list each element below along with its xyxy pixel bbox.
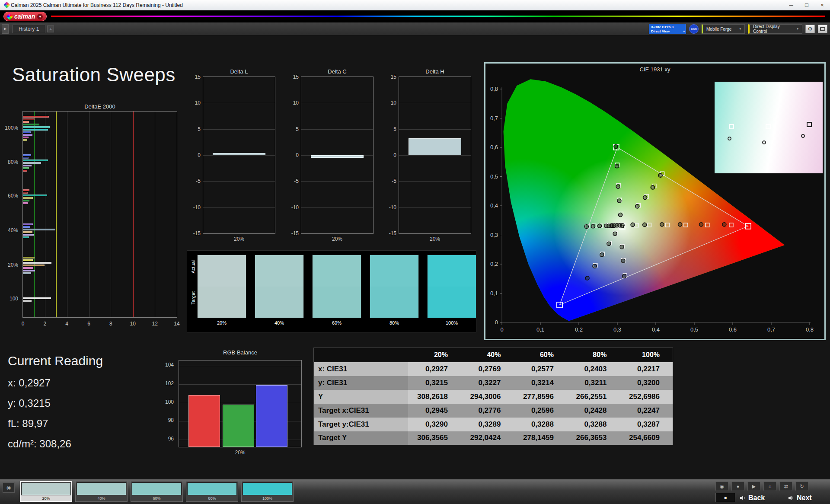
svg-text:0,6: 0,6	[729, 326, 737, 333]
delta-chart-delta-h: Delta H151050-5-10-1520%	[399, 68, 471, 242]
display-control-label: Direct Display Control	[753, 24, 793, 34]
table-header: 20%40%60%80%100%	[314, 348, 673, 362]
deltae-bar	[23, 267, 33, 269]
swatch-color	[312, 255, 361, 318]
row-label-cell: Target x:CIE31	[314, 404, 408, 418]
pattern-button-40%[interactable]: 40%	[75, 481, 128, 502]
table-header-row: 20%40%60%80%100%	[314, 348, 673, 362]
value-cell: 0,3215	[408, 376, 461, 390]
history-tab-label: History 1	[19, 26, 39, 32]
pattern-label: 60%	[132, 496, 182, 501]
delta-gridline	[399, 155, 471, 156]
value-cell: 0,3290	[408, 418, 461, 431]
pattern-button-20%[interactable]: 20%	[20, 481, 72, 502]
rgb-balance-title: RGB Balance	[179, 349, 302, 356]
deltae-bar	[23, 223, 33, 225]
deltae-y-tick: 80%	[0, 159, 18, 165]
deltae-bar	[23, 226, 30, 228]
display-settings-button[interactable]	[818, 25, 827, 33]
deltae-reference-line	[56, 112, 57, 317]
deltae-x-tick: 8	[105, 321, 116, 327]
swatch-color	[370, 255, 419, 318]
page-title: Saturation Sweeps	[12, 64, 176, 86]
deltae-bar	[23, 200, 29, 201]
play-button[interactable]: ▶	[747, 482, 760, 491]
svg-text:0,4: 0,4	[652, 326, 660, 333]
swap-button[interactable]: ⇄	[779, 482, 792, 491]
next-button[interactable]: Next	[788, 493, 812, 503]
swatch-actual	[428, 255, 476, 287]
stop-button[interactable]: ■	[715, 493, 735, 502]
show-patterns-button[interactable]: ◉	[3, 482, 15, 493]
deltae-x-tick: 12	[150, 321, 160, 327]
inset-target-square	[729, 124, 734, 129]
pattern-color	[132, 482, 182, 495]
delta-chart-delta-l: Delta L151050-5-10-1520%	[203, 68, 275, 242]
home-button[interactable]: ⌂	[763, 482, 776, 491]
deltae-bar	[23, 270, 35, 271]
swatch-actual	[370, 255, 418, 287]
value-cell: 0,3214	[514, 376, 566, 390]
pattern-button-100%[interactable]: 100%	[241, 481, 294, 502]
minimize-button[interactable]: ─	[783, 0, 799, 10]
deltae-bar	[23, 297, 51, 299]
deltae-bar	[23, 202, 28, 204]
delta-y-tick: -5	[287, 178, 299, 184]
row-label-cell: Y	[314, 390, 408, 404]
delta-y-tick: 0	[287, 152, 299, 158]
eye-button[interactable]: ◉	[715, 482, 728, 491]
value-cell: 278,1459	[514, 431, 566, 445]
source-dropdown[interactable]: Mobile Forge ▾	[702, 24, 745, 34]
meter-line1: X-Rite i1Pro 3	[651, 25, 681, 29]
back-button[interactable]: Back	[740, 493, 765, 503]
maximize-button[interactable]: □	[799, 0, 814, 10]
delta-y-tick: 15	[287, 74, 299, 80]
swatch-label: 20%	[197, 320, 246, 325]
delta-gridline	[301, 103, 373, 103]
pattern-buttons: 20%40%60%80%100%	[20, 481, 294, 502]
deltae-gridline	[111, 112, 111, 317]
add-tab-button[interactable]: +	[47, 26, 54, 32]
value-cell: 0,2403	[567, 362, 619, 376]
swatch-label: 80%	[370, 320, 419, 325]
table-row: Target y:CIE310,32900,32890,32880,32880,…	[314, 418, 673, 431]
refresh-button[interactable]: ↻	[795, 482, 808, 491]
calman-logo-button[interactable]: calman ▾	[3, 12, 47, 21]
value-cell: 294,3006	[461, 390, 514, 404]
pattern-button-80%[interactable]: 80%	[186, 481, 238, 502]
deltae-bar	[23, 231, 32, 233]
swatch-label: 100%	[427, 320, 476, 325]
delta-y-tick: 5	[385, 126, 396, 132]
history-tab[interactable]: History 1	[12, 25, 45, 33]
panel-expand-button[interactable]: ▶	[2, 24, 9, 34]
deltae-bar	[23, 129, 48, 131]
display-control-dropdown[interactable]: Direct Display Control ▾	[748, 24, 802, 34]
deltae-bar	[23, 134, 32, 136]
svg-text:0,4: 0,4	[490, 202, 498, 209]
deltae-bar	[23, 234, 34, 236]
pattern-button-60%[interactable]: 60%	[131, 481, 183, 502]
deltae-reference-line	[133, 112, 134, 317]
record-button[interactable]: ●	[731, 482, 744, 491]
inset-target-square	[766, 124, 771, 129]
app-window: Calman 2025 Calman Ultimate for Business…	[0, 0, 830, 504]
deltae-x-tick: 2	[40, 321, 50, 327]
swatch-label: 60%	[312, 320, 361, 325]
value-cell: 308,2618	[408, 390, 461, 404]
deltae-x-tick: 4	[62, 321, 72, 327]
swatch-60%: 60%	[312, 255, 361, 325]
close-button[interactable]: ×	[814, 0, 830, 10]
value-cell: 254,6609	[619, 431, 673, 445]
settings-button[interactable]: ⚙	[805, 25, 815, 33]
logo-caret-icon[interactable]: ▾	[37, 14, 43, 19]
swatch-target	[255, 287, 303, 318]
cie-white-point-inset	[715, 82, 823, 173]
delta-chart-title: Delta L	[203, 68, 275, 77]
deltae-bar	[23, 139, 27, 141]
delta-bar	[311, 155, 364, 158]
svg-text:0,1: 0,1	[490, 290, 498, 297]
meter-dropdown[interactable]: X-Rite i1Pro 3 Direct View ▾	[649, 24, 686, 34]
chevron-down-icon: ▾	[797, 27, 798, 31]
table-row: Target Y306,3565292,0424278,1459266,3653…	[314, 431, 673, 445]
bottom-toolbar: ◉ 20%40%60%80%100% ◉●▶⌂⇄↻ ■ Back Next	[0, 479, 830, 504]
